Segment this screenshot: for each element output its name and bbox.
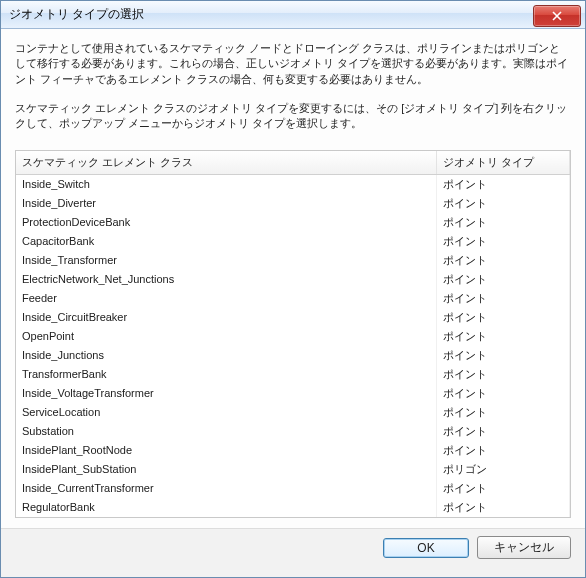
cell-geom[interactable]: ポイント [437,327,570,346]
cell-class: InsidePlant_RootNode [16,441,437,460]
cell-class: Inside_Diverter [16,194,437,213]
cell-geom[interactable]: ポイント [437,403,570,422]
cell-geom[interactable]: ポイント [437,213,570,232]
table-row[interactable]: RegulatorBankポイント [16,498,570,517]
table-row[interactable]: ServiceLocationポイント [16,403,570,422]
table-row[interactable]: InsidePlant_SubStationポリゴン [16,460,570,479]
table-row[interactable]: Substationポイント [16,422,570,441]
table-row[interactable]: ElectricNetwork_Net_Junctionsポイント [16,270,570,289]
column-header-geom[interactable]: ジオメトリ タイプ [437,151,570,175]
table-row[interactable]: Inside_CircuitBreakerポイント [16,308,570,327]
table-row[interactable]: Inside_Transformerポイント [16,251,570,270]
cell-class: Inside_Switch [16,174,437,194]
cell-class: ProtectionDeviceBank [16,213,437,232]
table-row[interactable]: TransformerBankポイント [16,365,570,384]
cell-class: InsidePlant_SubStation [16,460,437,479]
cell-class: Inside_Transformer [16,251,437,270]
cell-geom[interactable]: ポイント [437,498,570,517]
cell-class: Feeder [16,289,437,308]
cell-geom[interactable]: ポイント [437,194,570,213]
cell-class: Inside_CurrentTransformer [16,479,437,498]
cell-geom[interactable]: ポイント [437,441,570,460]
cell-geom[interactable]: ポイント [437,479,570,498]
window-title: ジオメトリ タイプの選択 [9,6,144,23]
cell-geom[interactable]: ポイント [437,308,570,327]
geometry-table-container: スケマティック エレメント クラス ジオメトリ タイプ Inside_Switc… [15,150,571,518]
instructions-p2: スケマティック エレメント クラスのジオメトリ タイプを変更するには、その [ジ… [15,101,571,132]
table-row[interactable]: ProtectionDeviceBankポイント [16,213,570,232]
table-row[interactable]: InsidePlant_RootNodeポイント [16,441,570,460]
close-button[interactable] [533,5,581,27]
column-header-class[interactable]: スケマティック エレメント クラス [16,151,437,175]
cell-class: Inside_CircuitBreaker [16,308,437,327]
titlebar: ジオメトリ タイプの選択 [1,1,585,29]
table-row[interactable]: Inside_CurrentTransformerポイント [16,479,570,498]
cell-geom[interactable]: ポイント [437,365,570,384]
ok-button[interactable]: OK [383,538,469,558]
cell-geom[interactable]: ポイント [437,270,570,289]
cancel-button[interactable]: キャンセル [477,536,571,559]
table-row[interactable]: Inside_Switchポイント [16,174,570,194]
dialog-window: ジオメトリ タイプの選択 コンテナとして使用されているスケマティック ノードとド… [0,0,586,578]
dialog-body: コンテナとして使用されているスケマティック ノードとドローイング クラスは、ポリ… [1,29,585,528]
cell-class: TransformerBank [16,365,437,384]
cell-geom[interactable]: ポイント [437,251,570,270]
instructions-p1: コンテナとして使用されているスケマティック ノードとドローイング クラスは、ポリ… [15,41,571,87]
cell-class: ElectricNetwork_Net_Junctions [16,270,437,289]
close-icon [552,11,562,21]
cell-geom[interactable]: ポイント [437,174,570,194]
table-header-row: スケマティック エレメント クラス ジオメトリ タイプ [16,151,570,175]
cell-class: ServiceLocation [16,403,437,422]
table-row[interactable]: CapacitorBankポイント [16,232,570,251]
table-row[interactable]: Inside_Junctionsポイント [16,346,570,365]
cell-geom[interactable]: ポイント [437,346,570,365]
cell-class: Substation [16,422,437,441]
table-row[interactable]: Inside_Diverterポイント [16,194,570,213]
button-row: OK キャンセル [1,528,585,577]
table-row[interactable]: Inside_VoltageTransformerポイント [16,384,570,403]
cell-geom[interactable]: ポイント [437,384,570,403]
cell-geom[interactable]: ポイント [437,232,570,251]
cell-class: Inside_Junctions [16,346,437,365]
table-row[interactable]: OpenPointポイント [16,327,570,346]
cell-geom[interactable]: ポイント [437,422,570,441]
cell-class: OpenPoint [16,327,437,346]
cell-geom[interactable]: ポイント [437,289,570,308]
cell-class: Inside_VoltageTransformer [16,384,437,403]
cell-class: RegulatorBank [16,498,437,517]
instructions: コンテナとして使用されているスケマティック ノードとドローイング クラスは、ポリ… [15,41,571,132]
cell-class: CapacitorBank [16,232,437,251]
table-row[interactable]: Feederポイント [16,289,570,308]
geometry-table[interactable]: スケマティック エレメント クラス ジオメトリ タイプ Inside_Switc… [16,151,570,517]
cell-geom[interactable]: ポリゴン [437,460,570,479]
